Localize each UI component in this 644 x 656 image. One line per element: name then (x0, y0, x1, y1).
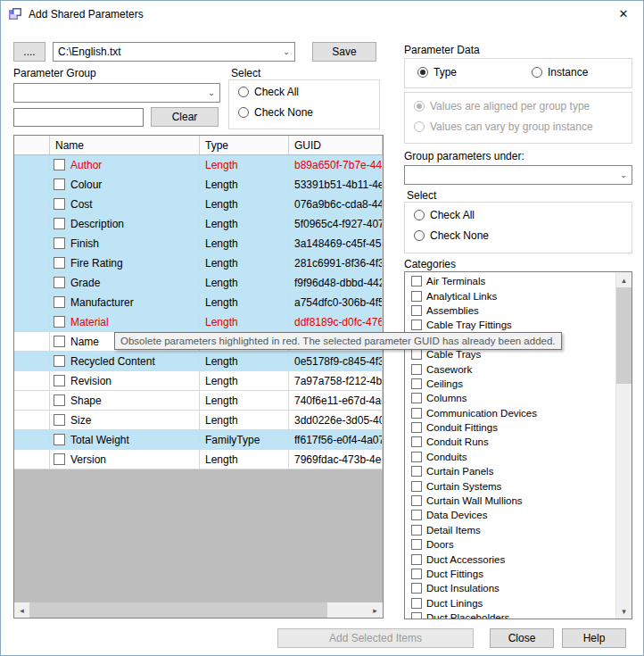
scroll-down-button[interactable]: ▾ (616, 603, 632, 619)
row-checkbox[interactable] (54, 277, 65, 288)
clear-button[interactable]: Clear (151, 107, 219, 127)
category-item[interactable]: Communication Devices (405, 406, 616, 420)
category-item[interactable]: Conduit Runs (405, 435, 616, 449)
help-button[interactable]: Help (562, 628, 626, 648)
column-header-guid[interactable]: GUID (289, 136, 383, 154)
table-row[interactable]: FinishLength3a148469-c45f-458a (14, 234, 383, 253)
table-row[interactable]: GradeLengthf9f96d48-dbbd-4424- (14, 273, 383, 293)
row-checkbox[interactable] (54, 355, 65, 367)
save-button[interactable]: Save (312, 42, 376, 62)
category-item[interactable]: Duct Accessories (405, 552, 616, 566)
table-row[interactable]: RevisionLength7a97a758-f212-4b3d (14, 371, 383, 391)
table-row[interactable]: AuthorLengthb89a650f-7b7e-44ff-8 (14, 155, 383, 175)
category-item[interactable]: Columns (405, 391, 616, 405)
row-checkbox[interactable] (54, 414, 65, 426)
table-row[interactable]: MaterialLengthddf8189c-d0fc-4764- (14, 312, 383, 332)
row-checkbox[interactable] (54, 316, 65, 328)
category-checkbox[interactable] (411, 481, 422, 492)
category-checkbox[interactable] (411, 539, 422, 550)
category-checkbox[interactable] (411, 525, 422, 536)
category-checkbox[interactable] (411, 320, 422, 330)
category-item[interactable]: Doors (405, 537, 616, 552)
category-item[interactable]: Cable Tray Fittings (405, 318, 616, 332)
horizontal-scrollbar[interactable]: ◂ ▸ (14, 602, 383, 618)
scroll-left-button[interactable]: ◂ (14, 602, 29, 618)
category-item[interactable]: Analytical Links (405, 288, 616, 303)
category-item[interactable]: Air Terminals (405, 274, 616, 288)
category-checkbox[interactable] (411, 305, 422, 316)
category-item[interactable]: Duct Insulations (405, 581, 616, 595)
category-item[interactable]: Duct Fittings (405, 567, 616, 581)
close-window-button[interactable]: ✕ (604, 1, 643, 27)
row-checkbox[interactable] (54, 375, 65, 386)
check-all-radio[interactable]: Check All (238, 86, 299, 98)
category-item[interactable]: Curtain Panels (405, 464, 616, 478)
row-checkbox[interactable] (54, 434, 65, 445)
row-checkbox[interactable] (54, 159, 65, 170)
vertical-scrollbar[interactable]: ▴ ▾ (615, 272, 632, 619)
category-item[interactable]: Duct Linings (405, 596, 616, 610)
category-item[interactable]: Detail Items (405, 523, 616, 537)
table-row[interactable]: Total WeightFamilyTypeff617f56-e0f4-4a07… (14, 430, 383, 450)
file-path-combobox[interactable]: C:\English.txt ⌄ (53, 42, 295, 62)
category-item[interactable]: Assemblies (405, 303, 616, 318)
category-checkbox[interactable] (411, 393, 422, 403)
category-checkbox[interactable] (411, 436, 422, 447)
scroll-up-button[interactable]: ▴ (616, 272, 632, 287)
row-checkbox[interactable] (54, 296, 65, 308)
table-row[interactable]: VersionLength7969fdac-473b-4e59 (14, 450, 383, 469)
vertical-scrollbar-thumb[interactable] (616, 287, 632, 384)
category-checkbox[interactable] (411, 378, 422, 389)
category-checkbox[interactable] (411, 349, 422, 360)
category-checkbox[interactable] (411, 495, 422, 506)
category-checkbox[interactable] (411, 466, 422, 477)
table-row[interactable]: ShapeLength740f6e11-e67d-4ae7 (14, 391, 383, 411)
category-item[interactable]: Data Devices (405, 508, 616, 522)
table-row[interactable]: SizeLength3dd0226e-3d05-402a (14, 411, 383, 430)
category-checkbox[interactable] (411, 408, 422, 419)
category-checkbox[interactable] (411, 452, 422, 462)
categories-check-none-radio[interactable]: Check None (414, 229, 489, 242)
group-parameters-under-combobox[interactable]: ⌄ (404, 165, 632, 185)
table-row[interactable]: Recycled ContentLength0e5178f9-c845-4f3c… (14, 352, 383, 371)
parameter-filter-input[interactable] (13, 108, 144, 127)
row-checkbox[interactable] (54, 198, 65, 210)
table-row[interactable]: Fire RatingLength281c6991-8f36-4f34 (14, 253, 383, 273)
table-row[interactable]: DescriptionLength5f0965c4-f927-407e- (14, 214, 383, 234)
category-checkbox[interactable] (411, 569, 422, 579)
row-checkbox[interactable] (54, 336, 65, 347)
scroll-right-button[interactable]: ▸ (367, 602, 383, 618)
row-checkbox[interactable] (54, 453, 65, 465)
row-checkbox[interactable] (54, 394, 65, 406)
category-item[interactable]: Conduits (405, 450, 616, 464)
column-header-name[interactable]: Name (50, 136, 200, 154)
category-checkbox[interactable] (411, 612, 422, 619)
column-header-type[interactable]: Type (200, 136, 289, 154)
row-checkbox[interactable] (54, 237, 65, 249)
category-checkbox[interactable] (411, 554, 422, 565)
category-checkbox[interactable] (411, 583, 422, 594)
browse-button[interactable]: .... (13, 42, 45, 62)
category-item[interactable]: Ceilings (405, 377, 616, 391)
row-checkbox[interactable] (54, 257, 65, 269)
instance-radio[interactable]: Instance (532, 66, 588, 79)
parameter-group-combobox[interactable]: ⌄ (13, 83, 220, 103)
categories-check-all-radio[interactable]: Check All (414, 209, 475, 221)
table-row[interactable]: ColourLength53391b51-4b11-4e8a (14, 175, 383, 195)
table-row[interactable]: CostLength076a9b6c-cda8-44ea (14, 195, 383, 214)
horizontal-scrollbar-track[interactable] (29, 602, 367, 618)
category-checkbox[interactable] (411, 364, 422, 375)
category-checkbox[interactable] (411, 598, 422, 609)
category-item[interactable]: Curtain Wall Mullions (405, 494, 616, 508)
table-row[interactable]: ManufacturerLengtha754dfc0-306b-4f5f-b (14, 293, 383, 312)
row-checkbox[interactable] (54, 218, 65, 229)
category-item[interactable]: Duct Placeholders (405, 610, 616, 619)
category-checkbox[interactable] (411, 510, 422, 520)
check-none-radio[interactable]: Check None (238, 106, 313, 119)
category-checkbox[interactable] (411, 291, 422, 302)
category-item[interactable]: Conduit Fittings (405, 420, 616, 435)
category-item[interactable]: Casework (405, 361, 616, 376)
horizontal-scrollbar-thumb[interactable] (29, 602, 327, 618)
category-checkbox[interactable] (411, 276, 422, 286)
category-item[interactable]: Curtain Systems (405, 478, 616, 493)
